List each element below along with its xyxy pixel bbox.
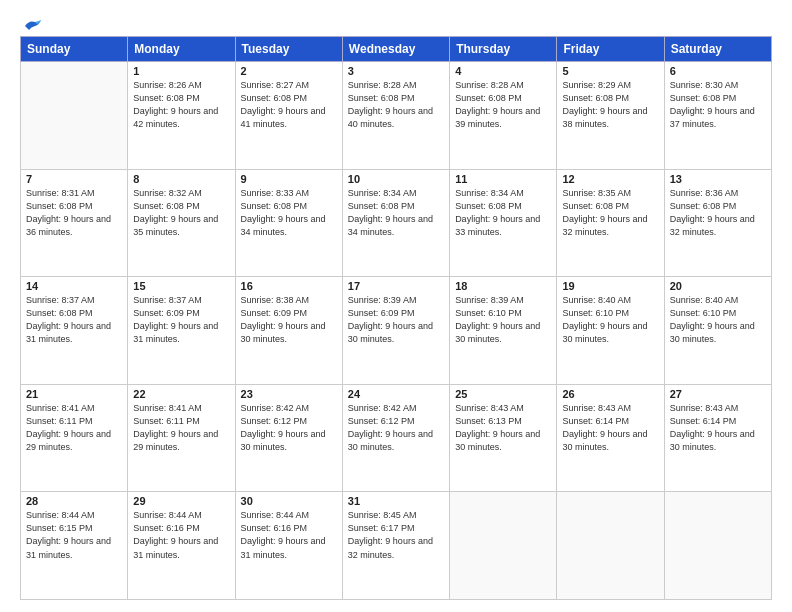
calendar-cell: 17Sunrise: 8:39 AMSunset: 6:09 PMDayligh…: [342, 277, 449, 385]
day-number: 29: [133, 495, 229, 507]
day-number: 16: [241, 280, 337, 292]
day-info: Sunrise: 8:28 AMSunset: 6:08 PMDaylight:…: [455, 79, 551, 131]
calendar-cell: 20Sunrise: 8:40 AMSunset: 6:10 PMDayligh…: [664, 277, 771, 385]
day-info: Sunrise: 8:45 AMSunset: 6:17 PMDaylight:…: [348, 509, 444, 561]
day-info: Sunrise: 8:43 AMSunset: 6:14 PMDaylight:…: [562, 402, 658, 454]
day-info: Sunrise: 8:34 AMSunset: 6:08 PMDaylight:…: [348, 187, 444, 239]
day-info: Sunrise: 8:44 AMSunset: 6:16 PMDaylight:…: [241, 509, 337, 561]
calendar-cell: 31Sunrise: 8:45 AMSunset: 6:17 PMDayligh…: [342, 492, 449, 600]
calendar-cell: 4Sunrise: 8:28 AMSunset: 6:08 PMDaylight…: [450, 62, 557, 170]
day-info: Sunrise: 8:33 AMSunset: 6:08 PMDaylight:…: [241, 187, 337, 239]
calendar-cell: 19Sunrise: 8:40 AMSunset: 6:10 PMDayligh…: [557, 277, 664, 385]
calendar-cell: 28Sunrise: 8:44 AMSunset: 6:15 PMDayligh…: [21, 492, 128, 600]
calendar-cell: [557, 492, 664, 600]
calendar-cell: [664, 492, 771, 600]
day-number: 15: [133, 280, 229, 292]
calendar-cell: 12Sunrise: 8:35 AMSunset: 6:08 PMDayligh…: [557, 169, 664, 277]
calendar-cell: 26Sunrise: 8:43 AMSunset: 6:14 PMDayligh…: [557, 384, 664, 492]
day-number: 4: [455, 65, 551, 77]
col-header-friday: Friday: [557, 37, 664, 62]
day-info: Sunrise: 8:44 AMSunset: 6:15 PMDaylight:…: [26, 509, 122, 561]
day-info: Sunrise: 8:40 AMSunset: 6:10 PMDaylight:…: [562, 294, 658, 346]
day-number: 8: [133, 173, 229, 185]
calendar-cell: 5Sunrise: 8:29 AMSunset: 6:08 PMDaylight…: [557, 62, 664, 170]
day-number: 25: [455, 388, 551, 400]
day-number: 9: [241, 173, 337, 185]
calendar-cell: 27Sunrise: 8:43 AMSunset: 6:14 PMDayligh…: [664, 384, 771, 492]
calendar-cell: 10Sunrise: 8:34 AMSunset: 6:08 PMDayligh…: [342, 169, 449, 277]
calendar-week-row: 7Sunrise: 8:31 AMSunset: 6:08 PMDaylight…: [21, 169, 772, 277]
day-info: Sunrise: 8:31 AMSunset: 6:08 PMDaylight:…: [26, 187, 122, 239]
day-info: Sunrise: 8:43 AMSunset: 6:13 PMDaylight:…: [455, 402, 551, 454]
day-info: Sunrise: 8:36 AMSunset: 6:08 PMDaylight:…: [670, 187, 766, 239]
calendar-week-row: 14Sunrise: 8:37 AMSunset: 6:08 PMDayligh…: [21, 277, 772, 385]
calendar-cell: 25Sunrise: 8:43 AMSunset: 6:13 PMDayligh…: [450, 384, 557, 492]
day-info: Sunrise: 8:42 AMSunset: 6:12 PMDaylight:…: [348, 402, 444, 454]
day-info: Sunrise: 8:44 AMSunset: 6:16 PMDaylight:…: [133, 509, 229, 561]
calendar-cell: 16Sunrise: 8:38 AMSunset: 6:09 PMDayligh…: [235, 277, 342, 385]
day-number: 13: [670, 173, 766, 185]
calendar-cell: 2Sunrise: 8:27 AMSunset: 6:08 PMDaylight…: [235, 62, 342, 170]
page: SundayMondayTuesdayWednesdayThursdayFrid…: [0, 0, 792, 612]
day-number: 26: [562, 388, 658, 400]
col-header-wednesday: Wednesday: [342, 37, 449, 62]
day-number: 27: [670, 388, 766, 400]
calendar-cell: 6Sunrise: 8:30 AMSunset: 6:08 PMDaylight…: [664, 62, 771, 170]
day-info: Sunrise: 8:38 AMSunset: 6:09 PMDaylight:…: [241, 294, 337, 346]
calendar-cell: 13Sunrise: 8:36 AMSunset: 6:08 PMDayligh…: [664, 169, 771, 277]
day-number: 12: [562, 173, 658, 185]
day-number: 24: [348, 388, 444, 400]
day-number: 3: [348, 65, 444, 77]
day-number: 1: [133, 65, 229, 77]
calendar-cell: 29Sunrise: 8:44 AMSunset: 6:16 PMDayligh…: [128, 492, 235, 600]
calendar-cell: 1Sunrise: 8:26 AMSunset: 6:08 PMDaylight…: [128, 62, 235, 170]
calendar-week-row: 21Sunrise: 8:41 AMSunset: 6:11 PMDayligh…: [21, 384, 772, 492]
calendar-cell: 15Sunrise: 8:37 AMSunset: 6:09 PMDayligh…: [128, 277, 235, 385]
day-info: Sunrise: 8:32 AMSunset: 6:08 PMDaylight:…: [133, 187, 229, 239]
calendar-cell: 9Sunrise: 8:33 AMSunset: 6:08 PMDaylight…: [235, 169, 342, 277]
calendar-week-row: 28Sunrise: 8:44 AMSunset: 6:15 PMDayligh…: [21, 492, 772, 600]
col-header-monday: Monday: [128, 37, 235, 62]
day-number: 6: [670, 65, 766, 77]
day-info: Sunrise: 8:37 AMSunset: 6:09 PMDaylight:…: [133, 294, 229, 346]
day-number: 2: [241, 65, 337, 77]
col-header-sunday: Sunday: [21, 37, 128, 62]
col-header-thursday: Thursday: [450, 37, 557, 62]
day-number: 23: [241, 388, 337, 400]
day-number: 19: [562, 280, 658, 292]
logo-bird-icon: [21, 18, 43, 34]
calendar-cell: 18Sunrise: 8:39 AMSunset: 6:10 PMDayligh…: [450, 277, 557, 385]
day-info: Sunrise: 8:28 AMSunset: 6:08 PMDaylight:…: [348, 79, 444, 131]
col-header-tuesday: Tuesday: [235, 37, 342, 62]
day-number: 28: [26, 495, 122, 507]
day-number: 10: [348, 173, 444, 185]
header: [20, 18, 772, 32]
day-number: 18: [455, 280, 551, 292]
day-info: Sunrise: 8:34 AMSunset: 6:08 PMDaylight:…: [455, 187, 551, 239]
day-number: 7: [26, 173, 122, 185]
calendar-cell: 11Sunrise: 8:34 AMSunset: 6:08 PMDayligh…: [450, 169, 557, 277]
calendar-cell: 23Sunrise: 8:42 AMSunset: 6:12 PMDayligh…: [235, 384, 342, 492]
calendar-header-row: SundayMondayTuesdayWednesdayThursdayFrid…: [21, 37, 772, 62]
calendar-cell: 8Sunrise: 8:32 AMSunset: 6:08 PMDaylight…: [128, 169, 235, 277]
day-info: Sunrise: 8:40 AMSunset: 6:10 PMDaylight:…: [670, 294, 766, 346]
day-info: Sunrise: 8:26 AMSunset: 6:08 PMDaylight:…: [133, 79, 229, 131]
day-info: Sunrise: 8:27 AMSunset: 6:08 PMDaylight:…: [241, 79, 337, 131]
day-number: 14: [26, 280, 122, 292]
calendar-cell: 21Sunrise: 8:41 AMSunset: 6:11 PMDayligh…: [21, 384, 128, 492]
logo: [20, 22, 43, 32]
day-info: Sunrise: 8:41 AMSunset: 6:11 PMDaylight:…: [26, 402, 122, 454]
day-number: 17: [348, 280, 444, 292]
calendar-cell: 7Sunrise: 8:31 AMSunset: 6:08 PMDaylight…: [21, 169, 128, 277]
day-info: Sunrise: 8:29 AMSunset: 6:08 PMDaylight:…: [562, 79, 658, 131]
col-header-saturday: Saturday: [664, 37, 771, 62]
day-info: Sunrise: 8:37 AMSunset: 6:08 PMDaylight:…: [26, 294, 122, 346]
day-info: Sunrise: 8:39 AMSunset: 6:09 PMDaylight:…: [348, 294, 444, 346]
day-info: Sunrise: 8:43 AMSunset: 6:14 PMDaylight:…: [670, 402, 766, 454]
calendar-cell: [21, 62, 128, 170]
day-number: 31: [348, 495, 444, 507]
calendar-table: SundayMondayTuesdayWednesdayThursdayFrid…: [20, 36, 772, 600]
calendar-cell: [450, 492, 557, 600]
day-info: Sunrise: 8:35 AMSunset: 6:08 PMDaylight:…: [562, 187, 658, 239]
day-number: 21: [26, 388, 122, 400]
